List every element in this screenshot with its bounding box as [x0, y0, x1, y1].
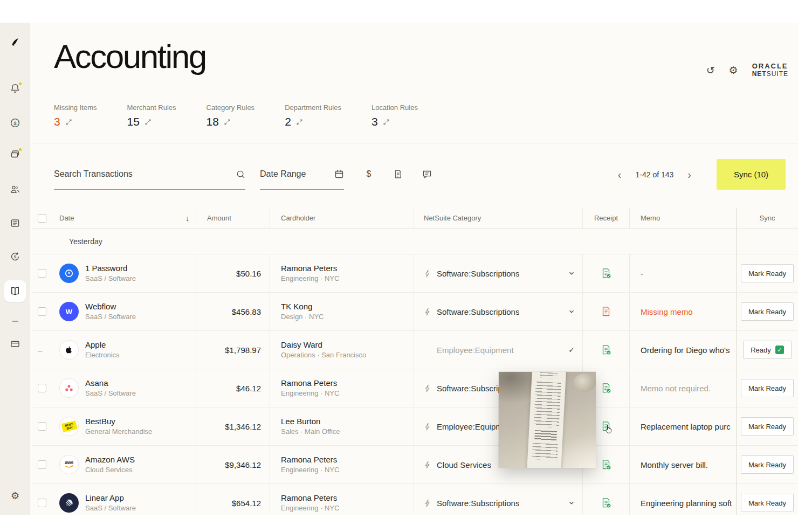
- page-title: Accounting: [54, 38, 206, 75]
- mark-ready-button[interactable]: Mark Ready: [741, 379, 794, 397]
- next-page-button[interactable]: ›: [687, 169, 691, 180]
- category-select[interactable]: Software:Subscriptions: [414, 254, 582, 292]
- row-checkbox[interactable]: [38, 384, 46, 392]
- col-memo[interactable]: Memo: [641, 214, 660, 222]
- search-field[interactable]: [54, 159, 245, 190]
- stat-label: Merchant Rules: [127, 103, 176, 112]
- expand-icon[interactable]: [296, 119, 303, 126]
- category-value: Software:Subscriptions: [437, 307, 519, 316]
- merchant-type: Electronics: [85, 350, 120, 360]
- category-check-icon: ✓: [568, 346, 575, 354]
- collapsed-nav-icon[interactable]: [10, 316, 20, 327]
- reimbursements-icon[interactable]: $: [10, 251, 20, 262]
- merchant-type: General Merchandise: [85, 427, 152, 437]
- mark-ready-button[interactable]: Mark Ready: [741, 302, 794, 321]
- merchant-name: Asana: [85, 378, 136, 389]
- cardholder-name: Ramona Peters: [281, 263, 339, 274]
- stat-value: 3: [54, 115, 60, 128]
- stat-department-rules: Department Rules 2: [285, 103, 341, 128]
- memo-filter-icon[interactable]: [422, 168, 432, 181]
- wallet-icon[interactable]: [10, 338, 20, 349]
- expand-icon[interactable]: [145, 119, 152, 126]
- app-logo-icon: [10, 37, 20, 47]
- mark-ready-button[interactable]: Mark Ready: [741, 494, 794, 512]
- row-checkbox[interactable]: [38, 422, 46, 431]
- stat-value: 18: [207, 115, 219, 128]
- col-date[interactable]: Date: [59, 214, 74, 222]
- category-locked: Employee:Equipment ✓: [414, 331, 582, 369]
- receipt-icon-hovered[interactable]: [600, 420, 612, 432]
- search-input[interactable]: [54, 169, 236, 179]
- merchant-type: SaaS / Software: [85, 312, 136, 322]
- statements-icon[interactable]: [10, 218, 20, 229]
- receipt-icon[interactable]: [600, 344, 612, 356]
- receipt-icon[interactable]: [600, 267, 612, 279]
- notifications-icon[interactable]: [10, 83, 20, 94]
- expand-icon[interactable]: [383, 119, 390, 126]
- merchant-name: Webflow: [85, 301, 136, 312]
- select-all-checkbox[interactable]: [38, 214, 46, 223]
- receipt-missing-icon[interactable]: [600, 306, 612, 317]
- col-receipt[interactable]: Receipt: [594, 214, 618, 222]
- stat-location-rules: Location Rules 3: [372, 103, 418, 128]
- prev-page-button[interactable]: ‹: [618, 169, 622, 180]
- expand-icon[interactable]: [65, 119, 72, 126]
- memo-cell[interactable]: Ordering for Diego who's: [629, 331, 736, 369]
- merchant-name: Amazon AWS: [85, 454, 135, 465]
- category-select[interactable]: Software:Subscriptions: [414, 293, 582, 330]
- merchant-logo-aws: aws: [59, 455, 79, 474]
- row-checkbox[interactable]: [38, 499, 46, 507]
- col-cardholder[interactable]: Cardholder: [281, 214, 315, 222]
- memo-text: -: [641, 269, 643, 278]
- settings-icon[interactable]: ⚙: [729, 64, 738, 77]
- mark-ready-button[interactable]: Mark Ready: [741, 417, 794, 436]
- row-checkbox[interactable]: [38, 269, 46, 278]
- ready-button[interactable]: Ready✓: [743, 341, 792, 359]
- calendar-icon: [334, 169, 344, 179]
- memo-cell[interactable]: Monthly server bill.: [629, 446, 736, 483]
- expand-icon[interactable]: [224, 119, 231, 126]
- receipt-icon[interactable]: [600, 382, 612, 394]
- receipt-icon[interactable]: [600, 497, 612, 509]
- category-value: Cloud Services: [437, 460, 491, 469]
- row-checkbox[interactable]: [38, 307, 46, 316]
- mark-ready-button[interactable]: Mark Ready: [741, 455, 794, 474]
- sidebar-settings-icon[interactable]: ⚙: [10, 490, 20, 501]
- col-amount[interactable]: Amount: [207, 214, 231, 222]
- auto-category-icon: [424, 461, 432, 469]
- merchant-type: SaaS / Software: [85, 389, 136, 398]
- memo-cell[interactable]: Memo not required.: [629, 369, 736, 407]
- amount: $9,346.12: [225, 460, 261, 469]
- memo-cell[interactable]: Engineering planning soft: [629, 484, 736, 515]
- cardholder-info: Engineering · NYC: [281, 503, 339, 513]
- memo-text: Missing memo: [641, 307, 693, 316]
- memo-cell[interactable]: -: [629, 254, 736, 292]
- group-label: Yesterday: [32, 237, 102, 246]
- cardholder-name: Lee Burton: [281, 416, 340, 427]
- col-sync: Sync: [760, 214, 775, 222]
- memo-cell[interactable]: Replacement laptop purc: [629, 407, 736, 445]
- sort-desc-icon[interactable]: ↓: [185, 214, 196, 223]
- col-category[interactable]: NetSuite Category: [424, 214, 481, 222]
- history-icon[interactable]: ↺: [706, 64, 715, 77]
- payments-icon[interactable]: $: [10, 118, 20, 128]
- stat-label: Missing Items: [54, 103, 97, 112]
- category-value: Software:Subscriptions: [437, 499, 519, 508]
- sidebar: $ $ ⚙: [0, 23, 30, 515]
- sync-button[interactable]: Sync (10): [717, 159, 786, 190]
- memo-text: Engineering planning soft: [641, 499, 732, 508]
- amount-filter-icon[interactable]: $: [363, 168, 374, 181]
- receipt-icon[interactable]: [600, 459, 612, 471]
- auto-category-icon: [424, 423, 432, 431]
- accounting-nav-active[interactable]: [4, 280, 26, 302]
- category-select[interactable]: Software:Subscriptions: [414, 484, 582, 515]
- date-range-picker[interactable]: Date Range: [260, 159, 344, 190]
- receipt-filter-icon[interactable]: [393, 168, 403, 181]
- oracle-netsuite-logo: ORACLE NETSUITE: [752, 63, 788, 78]
- memo-cell[interactable]: Missing memo: [629, 293, 736, 330]
- people-icon[interactable]: [10, 184, 20, 195]
- cards-icon[interactable]: [10, 149, 20, 160]
- mark-ready-button[interactable]: Mark Ready: [741, 264, 794, 282]
- receipt-strip: [527, 372, 566, 468]
- row-checkbox[interactable]: [38, 460, 46, 469]
